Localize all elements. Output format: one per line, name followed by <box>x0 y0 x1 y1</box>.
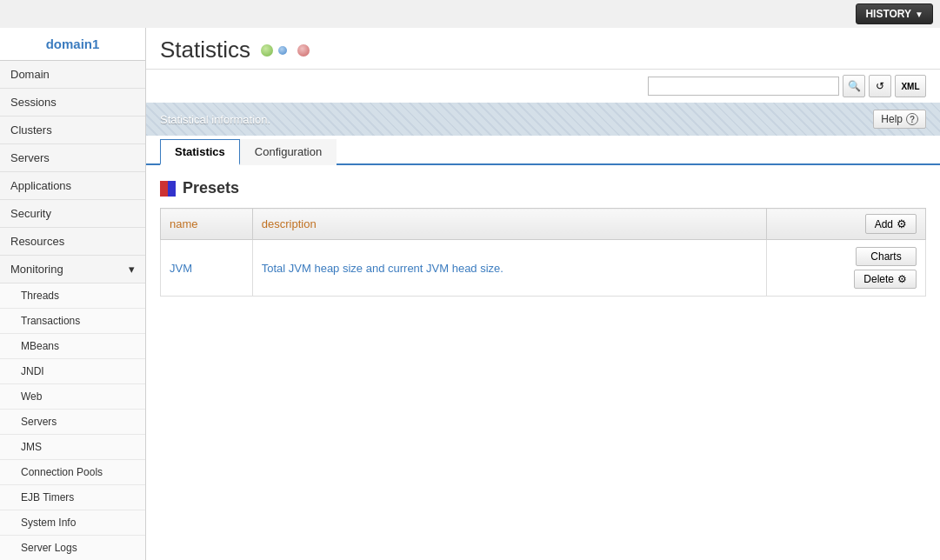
help-icon: ? <box>906 113 918 125</box>
col-actions: Add ⚙ <box>766 209 925 240</box>
blue-dot-icon <box>278 46 287 55</box>
page-title: Statistics <box>160 37 250 63</box>
sidebar-item-system-info[interactable]: System Info <box>0 510 145 536</box>
charts-button[interactable]: Charts <box>856 247 917 266</box>
row-action-cell: Charts Delete ⚙ <box>766 240 925 297</box>
pink-dot-icon <box>297 44 310 57</box>
sidebar-item-jndi[interactable]: JNDI <box>0 359 145 384</box>
action-buttons: Charts Delete ⚙ <box>776 247 917 289</box>
sidebar-item-applications[interactable]: Applications <box>0 172 145 200</box>
tab-configuration[interactable]: Configuration <box>240 139 337 165</box>
search-icon: 🔍 <box>848 80 861 92</box>
col-name: name <box>161 209 253 240</box>
history-button[interactable]: HISTORY ▼ <box>856 3 933 24</box>
tab-statistics[interactable]: Statistics <box>160 139 240 165</box>
toolbar: 🔍 ↺ XML <box>146 70 940 103</box>
jvm-description: Total JVM heap size and current JVM head… <box>262 262 503 275</box>
help-button[interactable]: Help ? <box>873 110 926 129</box>
sidebar-item-security[interactable]: Security <box>0 200 145 228</box>
title-decoration <box>261 44 310 57</box>
top-bar: HISTORY ▼ <box>0 0 940 28</box>
tabs-bar: Statistics Configuration <box>146 139 940 165</box>
chevron-down-icon: ▾ <box>129 263 135 276</box>
row-description-cell: Total JVM heap size and current JVM head… <box>252 240 766 297</box>
presets-section-header: Presets <box>160 179 926 197</box>
col-description: description <box>252 209 766 240</box>
presets-table: name description Add ⚙ <box>160 208 926 297</box>
sidebar-item-transactions[interactable]: Transactions <box>0 309 145 334</box>
presets-title: Presets <box>183 179 239 197</box>
history-arrow-icon: ▼ <box>915 10 923 19</box>
green-dot-icon <box>261 44 273 57</box>
info-bar: Statistical information. Help ? <box>146 103 940 136</box>
content-area: Statistics 🔍 ↺ XML Statistical informati… <box>146 28 940 560</box>
sidebar-item-sessions[interactable]: Sessions <box>0 89 145 117</box>
sidebar-item-ejb-timers[interactable]: EJB Timers <box>0 485 145 510</box>
xml-button[interactable]: XML <box>895 75 926 97</box>
sidebar-item-resources[interactable]: Resources <box>0 228 145 256</box>
sidebar-item-servers-sub[interactable]: Servers <box>0 410 145 435</box>
sidebar-item-mbeans[interactable]: MBeans <box>0 334 145 359</box>
row-name-cell: JVM <box>161 240 253 297</box>
sidebar-item-connection-pools[interactable]: Connection Pools <box>0 460 145 485</box>
help-label: Help <box>881 113 903 125</box>
xml-label: XML <box>901 82 919 91</box>
main-layout: domain1 Domain Sessions Clusters Servers… <box>0 28 940 560</box>
tab-content: Presets name description Add <box>146 165 940 560</box>
sidebar-item-threads[interactable]: Threads <box>0 283 145 309</box>
sidebar-item-clusters[interactable]: Clusters <box>0 117 145 144</box>
delete-button[interactable]: Delete ⚙ <box>854 270 917 289</box>
sidebar: domain1 Domain Sessions Clusters Servers… <box>0 28 146 560</box>
sidebar-item-domain[interactable]: Domain <box>0 61 145 89</box>
sidebar-domain[interactable]: domain1 <box>0 28 145 61</box>
sidebar-item-jms[interactable]: JMS <box>0 435 145 460</box>
sidebar-monitoring-label: Monitoring <box>10 263 63 276</box>
refresh-icon: ↺ <box>876 80 884 92</box>
sidebar-item-server-logs[interactable]: Server Logs <box>0 536 145 560</box>
sidebar-item-web[interactable]: Web <box>0 384 145 410</box>
content-header: Statistics <box>146 28 940 70</box>
add-button[interactable]: Add ⚙ <box>865 214 917 234</box>
refresh-button[interactable]: ↺ <box>869 75 891 97</box>
delete-icon: ⚙ <box>897 273 907 285</box>
jvm-link[interactable]: JVM <box>170 262 192 275</box>
sidebar-monitoring-section[interactable]: Monitoring ▾ <box>0 256 145 283</box>
search-button[interactable]: 🔍 <box>843 75 865 97</box>
table-header-row: name description Add ⚙ <box>161 209 926 240</box>
presets-icon <box>160 181 176 197</box>
sidebar-item-servers[interactable]: Servers <box>0 144 145 172</box>
info-text: Statistical information. <box>160 113 270 126</box>
gear-icon: ⚙ <box>897 217 907 230</box>
search-input[interactable] <box>648 77 839 96</box>
table-row: JVM Total JVM heap size and current JVM … <box>161 240 926 297</box>
history-label: HISTORY <box>865 8 911 20</box>
